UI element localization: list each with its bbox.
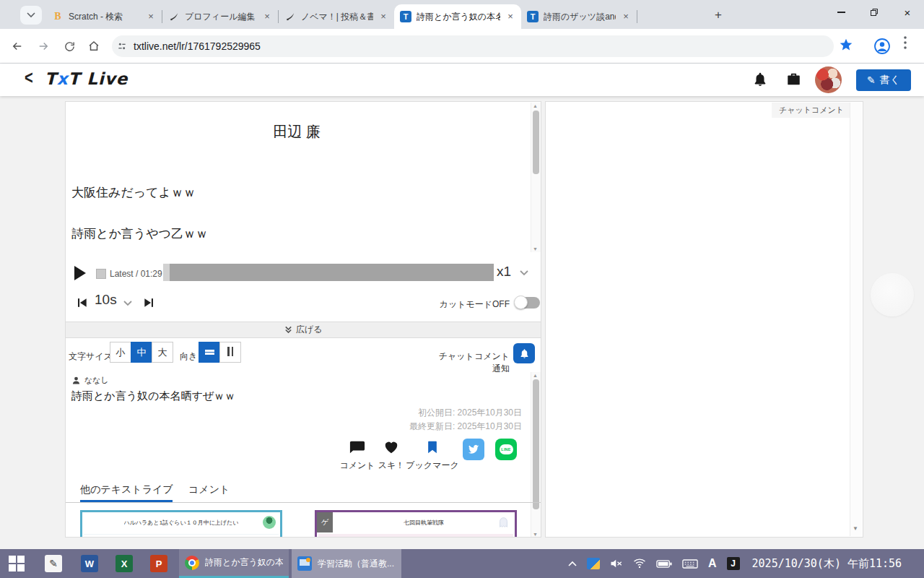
skip-forward-button[interactable] [142, 296, 157, 310]
powerpoint-icon[interactable]: P [150, 555, 167, 572]
font-large-button[interactable]: 大 [152, 342, 173, 363]
notepad-icon[interactable]: ✎ [45, 555, 62, 572]
browser-menu-button[interactable] [904, 36, 907, 49]
notifications-button[interactable] [752, 72, 768, 87]
scroll-down-icon[interactable]: ▼ [853, 525, 858, 532]
skip-back-button[interactable] [74, 296, 89, 310]
profile-button[interactable] [873, 38, 891, 55]
tab-other-textlives[interactable]: 他のテキストライブ [80, 483, 173, 496]
three-dot-menu-icon [904, 36, 907, 49]
taskbar-clock[interactable]: 2025/10/30(木) 午前11:56 [752, 557, 902, 571]
viewer-scrollbar[interactable]: ▲ ▼ [531, 103, 541, 252]
browser-tab-profile[interactable]: プロフィール編集 | ノベマ！ × [162, 4, 278, 29]
post-scrollbar[interactable]: ▲ ▼ [531, 372, 541, 538]
reload-button[interactable] [59, 36, 79, 56]
browser-tab-scratch[interactable]: B Scratch - 検索 × [46, 4, 162, 29]
textlive-card[interactable]: ハルハラあと1話ぐらい１０月中に上げたい [80, 510, 282, 538]
bookmark-icon [425, 439, 440, 455]
direction-horizontal-button[interactable] [199, 342, 220, 363]
scroll-up-icon[interactable]: ▲ [533, 373, 538, 378]
tab-separator [637, 10, 637, 23]
play-button[interactable] [74, 266, 86, 280]
tab-search-button[interactable] [20, 6, 42, 25]
direction-vertical-button[interactable] [219, 342, 241, 363]
battery-icon[interactable] [656, 560, 672, 568]
tab-close-icon[interactable]: × [505, 12, 515, 22]
tab-title: ノベマ！| 投稿＆書籍化を [301, 11, 373, 23]
site-header: < TxT Live ✎ 書く [0, 64, 924, 96]
browser-tab-novema[interactable]: ノベマ！| 投稿＆書籍化を × [279, 4, 394, 29]
textlive-card[interactable]: ゲ 七回目執筆戦隊 [315, 510, 517, 538]
home-icon [87, 40, 100, 53]
star-icon [839, 38, 853, 52]
chat-notify-button[interactable] [513, 343, 535, 363]
user-avatar[interactable] [815, 66, 842, 93]
touch-keyboard-icon[interactable] [682, 559, 698, 569]
bookmark-action[interactable]: ブックマーク [405, 439, 460, 472]
scrollbar-thumb[interactable] [533, 111, 539, 174]
excel-letter: X [121, 558, 128, 569]
post-author: ななし [84, 375, 109, 386]
home-button[interactable] [84, 36, 104, 56]
window-close-button[interactable]: × [891, 0, 924, 25]
forward-button[interactable] [33, 36, 53, 56]
excel-icon[interactable]: X [116, 555, 133, 572]
browser-tab-zatsudan[interactable]: T 詩雨のザッツ談and愚痴 | T × [521, 4, 637, 29]
write-button[interactable]: ✎ 書く [856, 69, 911, 91]
twitter-share-button[interactable] [463, 439, 484, 460]
scroll-down-icon[interactable]: ▼ [533, 246, 538, 251]
interval-dropdown[interactable] [123, 301, 132, 306]
novema-favicon [284, 11, 296, 22]
close-icon: × [905, 7, 911, 19]
site-back-button[interactable]: < [25, 67, 33, 89]
start-button[interactable] [9, 556, 25, 571]
new-tab-button[interactable]: + [710, 7, 726, 23]
seek-thumb[interactable] [163, 264, 170, 281]
seek-bar[interactable] [163, 264, 494, 281]
browser-tab-strip: B Scratch - 検索 × プロフィール編集 | ノベマ！ × ノベマ！|… [0, 0, 924, 29]
tab-title: プロフィール編集 | ノベマ！ [185, 11, 257, 23]
ime-language-icon[interactable]: J [727, 557, 740, 570]
logo-text-x: x [57, 69, 69, 88]
ime-mode-indicator[interactable]: A [708, 557, 717, 570]
window-minimize-button[interactable] [824, 0, 858, 25]
volume-muted-icon[interactable] [610, 558, 623, 569]
cut-mode-label: カットモードOFF [427, 298, 510, 311]
skip-interval-label[interactable]: 10s [95, 292, 117, 308]
font-small-button[interactable]: 小 [110, 342, 131, 363]
scroll-down-icon[interactable]: ▼ [533, 532, 538, 537]
tab-close-icon[interactable]: × [378, 12, 388, 22]
scrollbar-thumb[interactable] [533, 379, 539, 509]
taskbar-task-learning[interactable]: 学習活動（普通教... [292, 549, 401, 578]
post-title: 詩雨とか言う奴の本名晒すぜｗｗ [71, 389, 235, 403]
chat-scrollbar[interactable]: ▼ [850, 103, 862, 536]
works-button[interactable] [785, 72, 802, 87]
speed-dropdown[interactable] [520, 270, 528, 276]
windows-taskbar: ✎ W X P 詩雨とか言う奴の本... 学習活動（普通教... [0, 549, 924, 578]
tab-close-icon[interactable]: × [621, 12, 631, 22]
bookmark-star-button[interactable] [839, 38, 853, 52]
novema-favicon [168, 11, 180, 22]
wifi-icon[interactable] [633, 558, 646, 569]
back-button[interactable] [7, 36, 27, 56]
playback-time-label: Latest / 01:29 [110, 269, 162, 279]
window-restore-button[interactable] [858, 0, 891, 25]
stop-button[interactable] [96, 269, 106, 279]
tray-expand-button[interactable] [568, 561, 577, 566]
browser-tab-active[interactable]: T 詩雨とか言う奴の本名晒す × [394, 4, 521, 29]
site-logo[interactable]: TxT Live [45, 69, 128, 88]
line-share-button[interactable]: LINE [495, 439, 517, 460]
word-icon[interactable]: W [81, 555, 98, 572]
font-medium-button[interactable]: 中 [131, 342, 152, 363]
scroll-up-icon[interactable]: ▲ [533, 103, 538, 108]
tab-close-icon[interactable]: × [146, 12, 156, 22]
expand-bar[interactable]: 広げる [66, 322, 541, 338]
omnibox[interactable]: txtlive.net/lr/1761792529965 [112, 35, 834, 57]
font-size-label: 文字サイズ [69, 350, 113, 363]
taskbar-task-chrome[interactable]: 詩雨とか言う奴の本... [179, 549, 289, 578]
photos-tray-icon[interactable] [587, 558, 600, 569]
cut-mode-toggle[interactable] [515, 297, 540, 309]
tab-close-icon[interactable]: × [262, 12, 272, 22]
tab-comments[interactable]: コメント [188, 483, 230, 496]
url-text[interactable]: txtlive.net/lr/1761792529965 [134, 40, 261, 52]
